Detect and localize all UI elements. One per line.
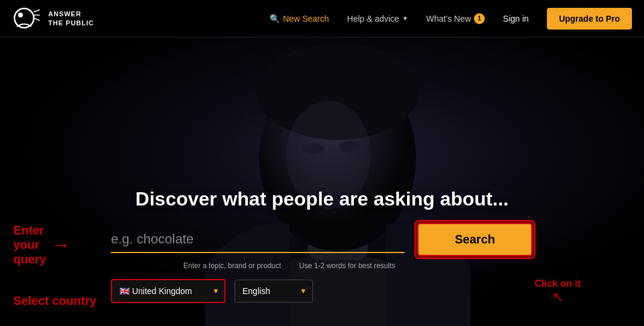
navbar: ANSWER THE PUBLIC 🔍 New Search Help & ad… <box>0 0 644 37</box>
annotation-enter-line1: Enter <box>13 223 46 237</box>
annotation-select-country: Select country <box>13 294 96 308</box>
annotation-click-label: Click on it <box>535 278 581 289</box>
signin-button[interactable]: Sign in <box>503 14 529 24</box>
arrow-curve-icon: ↖ <box>552 289 563 305</box>
bottom-row: 🇬🇧 United Kingdom 🇺🇸 United States 🇦🇺 Au… <box>111 279 533 303</box>
annotation-enter-line2: your <box>13 237 46 252</box>
hint-words: Use 1-2 words for best results <box>299 262 395 270</box>
hint-row: Enter a topic, brand or product Use 1-2 … <box>183 262 461 270</box>
arrow-right-icon: → <box>51 234 70 256</box>
search-input-wrapper <box>111 227 405 253</box>
logo-line2: THE PUBLIC <box>48 19 94 27</box>
hero-headline: Discover what people are asking about... <box>136 188 509 210</box>
annotation-enter-query: Enter your query → <box>13 223 70 266</box>
search-input[interactable] <box>111 227 405 253</box>
annotation-click-on-it: Click on it ↖ <box>535 278 581 305</box>
logo-line1: ANSWER <box>48 10 94 18</box>
language-select-wrapper: English French German ▼ <box>235 280 313 302</box>
annotation-enter-line3: query <box>13 252 46 266</box>
nav-whats-new[interactable]: What's New 1 <box>426 13 485 24</box>
chevron-down-icon: ▼ <box>402 15 408 22</box>
nav-links: 🔍 New Search Help & advice ▼ What's New … <box>270 8 632 30</box>
country-select[interactable]: 🇬🇧 United Kingdom 🇺🇸 United States 🇦🇺 Au… <box>111 279 226 303</box>
search-button[interactable]: Search <box>417 222 533 257</box>
upgrade-button[interactable]: Upgrade to Pro <box>547 8 632 30</box>
annotation-select-label: Select country <box>13 294 96 307</box>
search-button-wrapper: Search <box>417 222 533 257</box>
logo-text: ANSWER THE PUBLIC <box>48 10 94 27</box>
country-select-wrapper: 🇬🇧 United Kingdom 🇺🇸 United States 🇦🇺 Au… <box>111 279 226 303</box>
hint-topic: Enter a topic, brand or product <box>183 262 281 270</box>
svg-point-9 <box>18 13 23 17</box>
language-select[interactable]: English French German <box>235 280 313 302</box>
whats-new-badge: 1 <box>474 13 485 24</box>
nav-new-search[interactable]: 🔍 New Search <box>270 14 329 24</box>
svg-point-8 <box>14 8 34 28</box>
logo[interactable]: ANSWER THE PUBLIC <box>12 6 94 31</box>
search-area: Search <box>111 222 533 257</box>
search-icon-nav: 🔍 <box>270 14 280 24</box>
nav-help[interactable]: Help & advice ▼ <box>347 14 408 24</box>
logo-icon <box>12 6 42 31</box>
